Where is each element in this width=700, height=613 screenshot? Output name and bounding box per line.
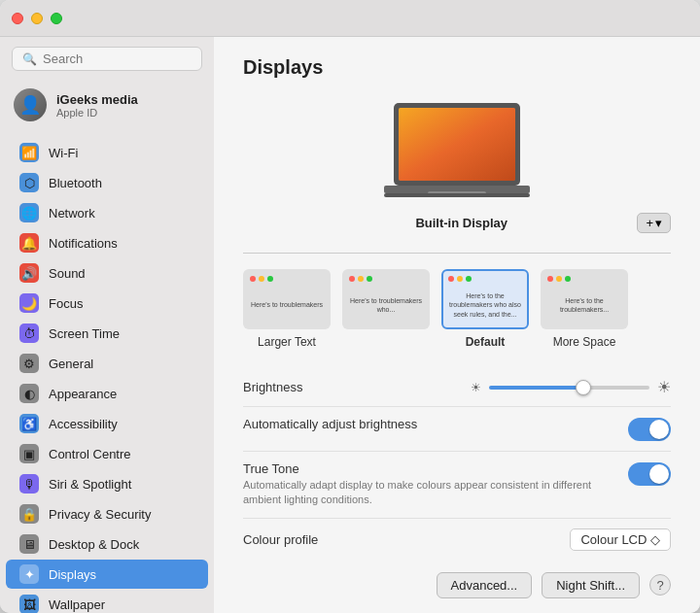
- title-bar: [0, 0, 700, 37]
- sidebar-item-wallpaper[interactable]: 🖼Wallpaper: [6, 590, 208, 613]
- user-info: iGeeks media Apple ID: [56, 92, 138, 119]
- svg-rect-5: [384, 193, 530, 197]
- add-display-button[interactable]: + ▾: [637, 213, 671, 233]
- search-icon: 🔍: [22, 52, 37, 66]
- main-window: 🔍 👤 iGeeks media Apple ID 📶Wi-Fi⬡Bluetoo…: [0, 0, 700, 613]
- content-area: 🔍 👤 iGeeks media Apple ID 📶Wi-Fi⬡Bluetoo…: [0, 37, 700, 613]
- sidebar-label-displays: Displays: [49, 567, 96, 582]
- sidebar-label-accessibility: Accessibility: [49, 417, 118, 431]
- search-box[interactable]: 🔍: [12, 47, 202, 71]
- wallpaper-icon: 🖼: [19, 595, 39, 613]
- sidebar-item-privacy[interactable]: 🔒Privacy & Security: [6, 499, 208, 528]
- close-button[interactable]: [12, 13, 23, 24]
- brightness-row: Brightness ☀ ☀: [243, 368, 671, 406]
- general-icon: ⚙: [19, 354, 39, 373]
- sound-icon: 🔊: [19, 263, 39, 283]
- sidebar-items-list: 📶Wi-Fi⬡Bluetooth🌐Network🔔Notifications🔊S…: [0, 137, 214, 613]
- brightness-slider-container: ☀ ☀: [471, 378, 671, 396]
- user-section[interactable]: 👤 iGeeks media Apple ID: [0, 81, 214, 129]
- auto-brightness-toggle[interactable]: [628, 418, 671, 441]
- sidebar-item-screen-time[interactable]: ⏱Screen Time: [6, 319, 208, 348]
- true-tone-toggle[interactable]: [628, 462, 671, 486]
- sidebar-label-focus: Focus: [49, 296, 83, 311]
- sidebar: 🔍 👤 iGeeks media Apple ID 📶Wi-Fi⬡Bluetoo…: [0, 37, 214, 613]
- user-subtitle: Apple ID: [56, 107, 138, 119]
- advanced-button[interactable]: Advanced...: [437, 572, 533, 598]
- avatar: 👤: [14, 88, 47, 121]
- true-tone-label-col: True Tone Automatically adapt display to…: [243, 461, 628, 508]
- desktop-icon: 🖥: [19, 534, 39, 554]
- sidebar-item-control-centre[interactable]: ▣Control Centre: [6, 439, 208, 468]
- help-button[interactable]: ?: [649, 574, 671, 596]
- resolution-label-0: Larger Text: [258, 335, 316, 349]
- sidebar-item-notifications[interactable]: 🔔Notifications: [6, 228, 208, 257]
- siri-icon: 🎙: [19, 474, 39, 494]
- sidebar-label-general: General: [49, 357, 93, 371]
- plus-icon: +: [646, 216, 653, 230]
- sidebar-label-bluetooth: Bluetooth: [49, 176, 102, 190]
- sidebar-label-privacy: Privacy & Security: [49, 507, 151, 522]
- minimize-button[interactable]: [31, 13, 43, 24]
- screen-time-icon: ⏱: [19, 324, 39, 343]
- notifications-icon: 🔔: [19, 233, 39, 253]
- resolution-option-3[interactable]: Here's to the troublemakers...More Space: [541, 269, 628, 349]
- sidebar-item-accessibility[interactable]: ♿Accessibility: [6, 409, 208, 438]
- svg-rect-2: [399, 108, 515, 181]
- sidebar-label-control-centre: Control Centre: [49, 447, 131, 461]
- sidebar-label-screen-time: Screen Time: [49, 326, 120, 341]
- auto-brightness-label-col: Automatically adjust brightness: [243, 417, 628, 431]
- user-name: iGeeks media: [56, 92, 138, 107]
- sidebar-item-siri[interactable]: 🎙Siri & Spotlight: [6, 469, 208, 498]
- sidebar-label-appearance: Appearance: [49, 387, 117, 401]
- sidebar-item-general[interactable]: ⚙General: [6, 349, 208, 378]
- brightness-low-icon: ☀: [471, 381, 481, 394]
- sidebar-item-sound[interactable]: 🔊Sound: [6, 258, 208, 288]
- wifi-icon: 📶: [19, 143, 39, 162]
- resolution-thumbnail-3: Here's to the troublemakers...: [541, 269, 628, 329]
- search-input[interactable]: [43, 51, 192, 66]
- resolution-thumbnail-2: Here's to the troublemakers who also see…: [441, 269, 529, 329]
- maximize-button[interactable]: [51, 13, 62, 24]
- resolution-thumbnail-0: Here's to troublemakers: [243, 269, 331, 329]
- resolution-option-2[interactable]: Here's to the troublemakers who also see…: [441, 269, 529, 349]
- display-preview: Built-in Display + ▾: [243, 98, 671, 233]
- true-tone-row: True Tone Automatically adapt display to…: [243, 451, 671, 518]
- resolution-section: Here's to troublemakersLarger TextHere's…: [243, 269, 671, 349]
- sidebar-item-network[interactable]: 🌐Network: [6, 198, 208, 227]
- brightness-slider[interactable]: [489, 386, 649, 390]
- control-centre-icon: ▣: [19, 444, 39, 463]
- sidebar-item-wifi[interactable]: 📶Wi-Fi: [6, 138, 208, 167]
- auto-brightness-row: Automatically adjust brightness: [243, 406, 671, 451]
- sidebar-label-network: Network: [49, 206, 95, 221]
- bluetooth-icon: ⬡: [19, 173, 39, 192]
- sidebar-label-siri: Siri & Spotlight: [49, 477, 131, 492]
- sidebar-label-desktop: Desktop & Dock: [49, 537, 139, 552]
- sidebar-item-desktop[interactable]: 🖥Desktop & Dock: [6, 529, 208, 559]
- sidebar-item-bluetooth[interactable]: ⬡Bluetooth: [6, 168, 208, 197]
- resolution-option-1[interactable]: Here's to troublemakers who...: [342, 269, 430, 349]
- resolution-option-0[interactable]: Here's to troublemakersLarger Text: [243, 269, 331, 349]
- bottom-actions: Advanced... Night Shift... ?: [243, 561, 671, 598]
- page-title: Displays: [243, 56, 671, 79]
- section-divider: [243, 253, 671, 254]
- sidebar-label-wifi: Wi-Fi: [49, 146, 78, 160]
- night-shift-button[interactable]: Night Shift...: [542, 572, 640, 598]
- sidebar-item-displays[interactable]: ✦Displays: [6, 560, 208, 589]
- accessibility-icon: ♿: [19, 414, 39, 433]
- resolution-options: Here's to troublemakersLarger TextHere's…: [243, 269, 671, 349]
- appearance-icon: ◐: [19, 384, 39, 403]
- main-content: Displays: [214, 37, 700, 613]
- sidebar-item-focus[interactable]: 🌙Focus: [6, 289, 208, 318]
- display-name-label: Built-in Display: [286, 216, 637, 230]
- colour-profile-row: Colour profile Colour LCD ◇: [243, 518, 671, 561]
- sidebar-label-wallpaper: Wallpaper: [49, 597, 105, 612]
- resolution-label-3: More Space: [553, 335, 616, 349]
- colour-profile-value[interactable]: Colour LCD ◇: [570, 528, 671, 551]
- laptop-illustration: [379, 98, 535, 205]
- focus-icon: 🌙: [19, 293, 39, 313]
- resolution-label-2: Default: [466, 335, 506, 349]
- brightness-label: Brightness: [243, 380, 457, 394]
- true-tone-description: Automatically adapt display to make colo…: [243, 478, 612, 508]
- chevron-down-icon: ▾: [655, 216, 662, 230]
- sidebar-item-appearance[interactable]: ◐Appearance: [6, 379, 208, 408]
